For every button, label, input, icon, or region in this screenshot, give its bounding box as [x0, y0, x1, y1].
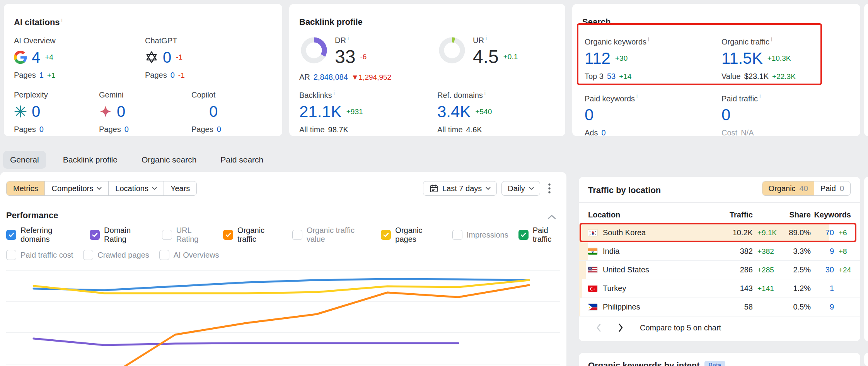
info-icon: i: [348, 35, 349, 41]
competitors-dropdown[interactable]: Competitors: [44, 181, 108, 195]
more-options-button[interactable]: [545, 181, 554, 196]
pages-count[interactable]: 1: [39, 71, 44, 80]
checkbox-impressions[interactable]: Impressions: [452, 230, 508, 240]
search-title: Search: [582, 17, 610, 27]
adjacent-card-edge: [864, 4, 868, 136]
location-row-south-korea[interactable]: South Korea10.2K+9.1K89.0%70+6: [579, 224, 860, 242]
collapse-section-button[interactable]: [547, 213, 556, 222]
checkbox-label: Impressions: [467, 231, 508, 239]
adjacent-card-edge: [864, 177, 868, 341]
location-name: Turkey: [603, 284, 626, 293]
checkbox-label: Crawled pages: [97, 251, 149, 260]
metric-value[interactable]: 0: [585, 106, 593, 124]
checkbox-box[interactable]: [518, 230, 529, 240]
traffic-change: +382: [753, 247, 776, 256]
flag-philippines: [588, 304, 597, 310]
sub-value[interactable]: 0: [601, 128, 605, 137]
checkbox-label: Domain Rating: [104, 226, 152, 244]
domain-rating-block: DRi 33-6 AR 2,848,084 ▼1,294,952: [299, 35, 427, 82]
keywords-change: +8: [834, 247, 851, 256]
keywords-count[interactable]: 70: [811, 228, 834, 237]
ai-source-label: Perplexity: [14, 91, 99, 99]
chatgpt-icon: [145, 51, 158, 64]
keywords-count[interactable]: 1: [811, 284, 834, 293]
checkbox-box[interactable]: [292, 230, 302, 240]
keywords-count[interactable]: 30: [811, 265, 834, 274]
metric-value[interactable]: 11.5K: [721, 49, 763, 68]
metrics-button[interactable]: Metrics: [7, 181, 44, 195]
compare-top5-link[interactable]: Compare top 5 on chart: [640, 323, 721, 332]
pages-count[interactable]: 0: [171, 71, 175, 80]
pages-line: Pages0: [14, 125, 99, 134]
date-range-button[interactable]: Last 7 days: [423, 181, 497, 196]
next-page-button[interactable]: [618, 323, 624, 332]
granularity-button[interactable]: Daily: [501, 181, 540, 196]
keywords-change: +24: [834, 266, 851, 274]
tab-general[interactable]: General: [3, 151, 46, 169]
checkbox-box[interactable]: [223, 230, 233, 240]
toggle-organic[interactable]: Organic40: [762, 181, 814, 195]
checkbox-box[interactable]: [6, 250, 16, 260]
checkbox-organic-traffic-value[interactable]: Organic traffic value: [292, 226, 371, 244]
metric-value[interactable]: 112: [585, 49, 610, 68]
chart-line-organic-traffic: [34, 285, 529, 366]
ur-label: URi: [473, 35, 518, 45]
metric-value[interactable]: 0: [721, 106, 730, 124]
checkbox-domain-rating[interactable]: Domain Rating: [90, 226, 152, 244]
checkbox-box[interactable]: [83, 250, 93, 260]
chart-line-referring-domains: [34, 279, 529, 290]
citations-count[interactable]: 0: [209, 103, 218, 120]
checkbox-label: Organic pages: [395, 226, 442, 244]
pages-count[interactable]: 0: [124, 125, 129, 134]
sub-value[interactable]: 53: [607, 72, 616, 81]
checkbox-organic-pages[interactable]: Organic pages: [381, 226, 442, 244]
location-row-india[interactable]: India382+3823.3%9+8: [579, 242, 860, 261]
location-row-united-states[interactable]: United States286+2852.5%30+24: [579, 261, 860, 279]
pages-line: Pages0: [191, 125, 221, 134]
checkbox-box[interactable]: [6, 230, 16, 240]
locations-dropdown[interactable]: Locations: [108, 181, 164, 195]
beta-badge: Beta: [704, 361, 726, 366]
citations-count[interactable]: 0: [32, 103, 40, 120]
tab-paid-search[interactable]: Paid search: [213, 151, 270, 169]
keywords-count[interactable]: 9: [811, 247, 834, 256]
checkbox-label: Paid traffic: [533, 226, 566, 244]
flag-turkey: [588, 286, 597, 292]
citations-count[interactable]: 0: [117, 103, 125, 120]
pages-count[interactable]: 0: [39, 125, 44, 134]
info-icon: i: [648, 36, 649, 43]
sub-line: Ads0: [585, 128, 721, 137]
backlinks-value[interactable]: 21.1K: [299, 103, 342, 121]
citations-count[interactable]: 4: [32, 49, 40, 66]
ahrefs-rank-value[interactable]: 2,848,084: [314, 73, 348, 82]
checkbox-box[interactable]: [452, 230, 462, 240]
checkbox-ai-overviews[interactable]: AI Overviews: [159, 250, 219, 260]
checkbox-box[interactable]: [159, 250, 169, 260]
checkbox-referring-domains[interactable]: Referring domains: [6, 226, 80, 244]
share-bar: [579, 261, 586, 279]
checkbox-crawled-pages[interactable]: Crawled pages: [83, 250, 149, 260]
tab-organic-search[interactable]: Organic search: [135, 151, 203, 169]
checkbox-box[interactable]: [162, 230, 172, 240]
checkbox-paid-traffic-cost[interactable]: Paid traffic cost: [6, 250, 73, 260]
chevron-down-icon: [152, 187, 157, 190]
ai-source-label: ChatGPT: [145, 36, 185, 45]
citations-count[interactable]: 0: [163, 49, 171, 66]
checkbox-organic-traffic[interactable]: Organic traffic: [223, 226, 282, 244]
keywords-change: +6: [834, 229, 851, 237]
checkbox-box[interactable]: [381, 230, 391, 240]
tab-backlink-profile[interactable]: Backlink profile: [56, 151, 124, 169]
checkbox-paid-traffic[interactable]: Paid traffic: [518, 226, 566, 244]
years-dropdown[interactable]: Years: [164, 181, 196, 195]
share-value: 3.3%: [776, 247, 811, 256]
location-row-turkey[interactable]: Turkey143+1411.2%1: [579, 279, 860, 298]
location-row-philippines[interactable]: Philippines580.5%9: [579, 298, 860, 316]
location-table-header: LocationTrafficShareKeywords: [588, 208, 851, 222]
keywords-count[interactable]: 9: [811, 303, 834, 311]
checkbox-url-rating[interactable]: URL Rating: [162, 226, 213, 244]
checkbox-box[interactable]: [90, 230, 100, 240]
intent-card-title: Organic keywords by intent: [588, 361, 700, 366]
ref-domains-value[interactable]: 3.4K: [437, 103, 471, 121]
toggle-paid[interactable]: Paid0: [814, 181, 850, 195]
pages-count[interactable]: 0: [217, 125, 221, 134]
